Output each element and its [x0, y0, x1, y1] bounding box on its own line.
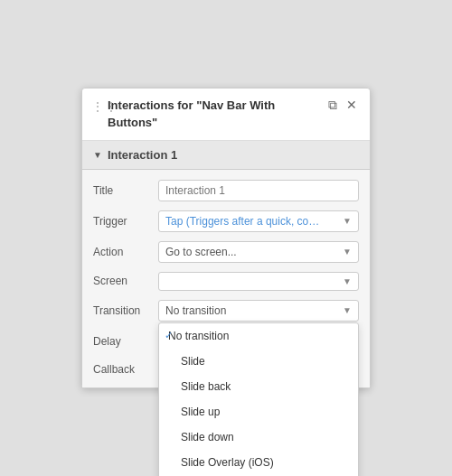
dropdown-item[interactable]: No transition	[159, 323, 358, 349]
drag-handle-icon: ⋮⋮	[91, 99, 118, 114]
trigger-arrow-icon: ▼	[343, 216, 352, 226]
duplicate-button[interactable]: ⧉	[326, 98, 339, 111]
section-toggle[interactable]: ▼ Interaction 1	[82, 141, 370, 169]
screen-field-container: ▼	[158, 272, 359, 291]
action-arrow-icon: ▼	[343, 247, 352, 257]
dropdown-item[interactable]: Slide Overlay (iOS)	[159, 450, 358, 475]
title-input[interactable]	[158, 180, 359, 201]
transition-arrow-icon: ▼	[343, 305, 352, 315]
title-label: Title	[93, 184, 158, 197]
dropdown-item[interactable]: Slide back	[159, 374, 358, 399]
action-select[interactable]: Go to screen... ▼	[158, 241, 359, 263]
action-row: Action Go to screen... ▼	[82, 237, 370, 267]
transition-field-container: No transition ▼ No transitionSlideSlide …	[158, 300, 359, 322]
action-label: Action	[93, 246, 158, 258]
callback-label: Callback	[93, 363, 158, 376]
fields-area: Title Trigger Tap (Triggers after a quic…	[82, 170, 370, 387]
action-value: Go to screen...	[165, 246, 237, 258]
action-field-container: Go to screen... ▼	[158, 241, 359, 263]
close-button[interactable]: ✕	[344, 98, 359, 111]
transition-label: Transition	[93, 304, 158, 317]
screen-label: Screen	[93, 275, 158, 287]
trigger-row: Trigger Tap (Triggers after a quick, com…	[82, 206, 370, 237]
title-row: Title	[82, 175, 370, 206]
transition-dropdown-menu: No transitionSlideSlide backSlide upSlid…	[158, 322, 359, 476]
delay-label: Delay	[93, 335, 158, 348]
transition-value: No transition	[165, 304, 226, 317]
screen-row: Screen ▼	[82, 267, 370, 295]
transition-row: Transition No transition ▼ No transition…	[82, 295, 370, 326]
dropdown-item[interactable]: Slide up	[159, 399, 358, 425]
trigger-value: Tap (Triggers after a quick, comple	[165, 215, 328, 228]
dropdown-item[interactable]: Slide down	[159, 425, 358, 450]
trigger-select[interactable]: Tap (Triggers after a quick, comple ▼	[158, 210, 359, 232]
trigger-label: Trigger	[93, 215, 158, 228]
panel-title: Interactions for "Nav Bar With Buttons"	[108, 98, 319, 130]
title-field-container	[158, 180, 359, 201]
trigger-field-container: Tap (Triggers after a quick, comple ▼	[158, 210, 359, 232]
section-label: Interaction 1	[108, 148, 177, 162]
panel-header: ⋮⋮ Interactions for "Nav Bar With Button…	[82, 89, 370, 140]
panel-actions: ⧉ ✕	[326, 98, 359, 111]
dropdown-item[interactable]: Slide	[159, 349, 358, 374]
screen-arrow-icon: ▼	[343, 276, 352, 286]
screen-select[interactable]: ▼	[158, 272, 359, 291]
transition-select[interactable]: No transition ▼	[158, 300, 359, 322]
chevron-down-icon: ▼	[93, 150, 102, 160]
interactions-panel: ⋮⋮ Interactions for "Nav Bar With Button…	[81, 88, 371, 387]
interaction-section: ▼ Interaction 1	[82, 141, 370, 170]
